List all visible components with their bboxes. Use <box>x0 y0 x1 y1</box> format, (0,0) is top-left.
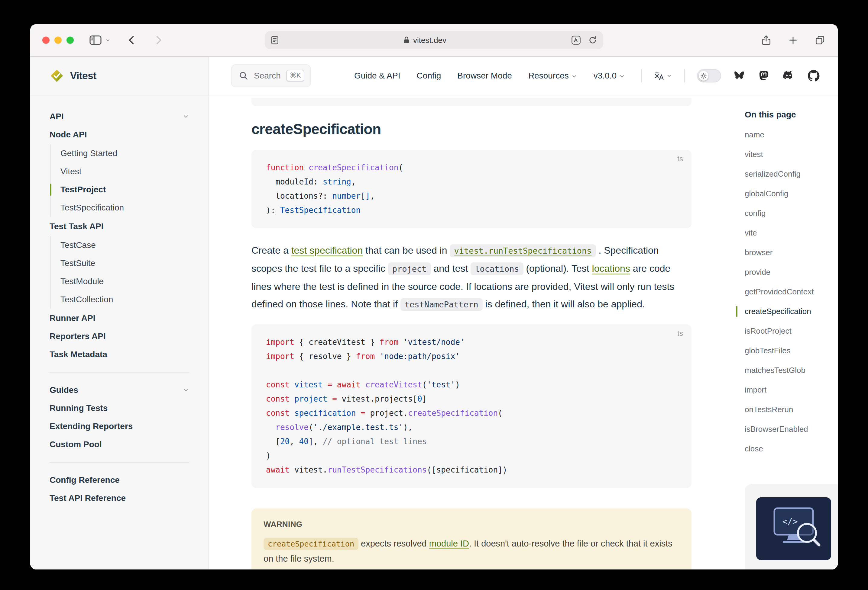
doc-link-locations[interactable]: locations <box>592 263 630 274</box>
code-line: const specification = project.createSpec… <box>266 406 677 420</box>
nav-link-guide-api[interactable]: Guide & API <box>354 71 400 81</box>
github-icon <box>807 70 820 82</box>
outline-item-globalconfig[interactable]: globalConfig <box>745 184 838 203</box>
outline-list: namevitestserializedConfigglobalConfigco… <box>745 125 838 459</box>
sidebar-item-test-task-api[interactable]: Test Task API <box>50 218 189 235</box>
sidebar-item-testspecification[interactable]: TestSpecification <box>61 199 189 217</box>
outline-item-provide[interactable]: provide <box>745 262 838 282</box>
sidebar-item-task-metadata[interactable]: Task Metadata <box>50 346 189 363</box>
doc-link-module-id[interactable]: module ID <box>429 539 469 548</box>
code-token: vitest.projects[ <box>337 394 417 403</box>
sidebar-item-extending-reporters[interactable]: Extending Reporters <box>50 417 189 436</box>
code-token: ) <box>455 380 460 389</box>
sidebar-item-test-api-reference[interactable]: Test API Reference <box>50 489 189 507</box>
code-line: [20, 40], // optional test lines <box>266 434 677 449</box>
reload-icon[interactable] <box>588 35 597 45</box>
sidebar-item-testcollection[interactable]: TestCollection <box>61 290 189 309</box>
sidebar-group-api[interactable]: API <box>50 107 189 126</box>
sidebar-item-testsuite[interactable]: TestSuite <box>61 254 189 272</box>
outline-item-vitest[interactable]: vitest <box>745 145 838 164</box>
outline-item-matchestestglob[interactable]: matchesTestGlob <box>745 360 838 380</box>
code-token: number[] <box>332 191 370 200</box>
address-bar[interactable]: vitest.dev <box>265 31 603 49</box>
nav-link-config[interactable]: Config <box>416 71 441 81</box>
code-token: locations?: <box>266 191 332 200</box>
chevron-down-icon <box>183 113 189 120</box>
code-line <box>266 363 677 378</box>
theme-toggle[interactable] <box>697 69 721 82</box>
mastodon-link[interactable] <box>758 70 769 82</box>
sidebar-toggle-button[interactable] <box>90 35 102 45</box>
forward-button[interactable] <box>153 35 164 46</box>
code-token: { createVitest } <box>294 338 379 347</box>
bluesky-link[interactable] <box>733 70 745 81</box>
code-token: vitest. <box>289 465 327 474</box>
outline-item-globtestfiles[interactable]: globTestFiles <box>745 341 838 360</box>
outline-item-getprovidedcontext[interactable]: getProvidedContext <box>745 282 838 302</box>
doc-link-test-specification[interactable]: test specification <box>291 245 363 256</box>
mastodon-icon <box>758 70 769 82</box>
sidebar-item-node-api[interactable]: Node API <box>50 126 189 144</box>
outline-item-browser[interactable]: browser <box>745 243 838 262</box>
sidebar-item-vitest[interactable]: Vitest <box>61 162 189 181</box>
code-language-badge: ts <box>677 329 683 338</box>
discord-link[interactable] <box>782 71 795 81</box>
sidebar-group-guides[interactable]: Guides <box>50 381 189 399</box>
sponsor-card[interactable]: </> <box>745 484 838 569</box>
outline-item-serializedconfig[interactable]: serializedConfig <box>745 164 838 184</box>
close-window-button[interactable] <box>42 37 50 44</box>
code-token <box>323 380 328 389</box>
navbar-divider <box>684 69 685 82</box>
sidebar-item-testmodule[interactable]: TestModule <box>61 272 189 290</box>
code-token: './example.test.ts' <box>313 423 403 432</box>
code-token: specification <box>294 409 356 418</box>
inline-code: project <box>388 262 431 275</box>
tabs-icon <box>814 34 826 46</box>
outline-item-isbrowserenabled[interactable]: isBrowserEnabled <box>745 419 838 439</box>
inline-code-link[interactable]: vitest.runTestSpecifications <box>450 244 596 257</box>
back-button[interactable] <box>126 35 137 46</box>
logo[interactable]: Vitest <box>30 57 208 96</box>
sidebar-item-getting-started[interactable]: Getting Started <box>61 144 189 162</box>
code-token: import <box>266 352 294 361</box>
zoom-window-button[interactable] <box>66 37 74 44</box>
sidebar-nested-group: TestCaseTestSuiteTestModuleTestCollectio… <box>50 236 189 309</box>
outline-title: On this page <box>745 110 838 119</box>
search-input[interactable]: Search ⌘K <box>231 64 311 87</box>
outline-item-createspecification[interactable]: createSpecification <box>745 302 838 321</box>
sidebar-item-custom-pool[interactable]: Custom Pool <box>50 436 189 453</box>
sidebar-item-running-tests[interactable]: Running Tests <box>50 399 189 417</box>
translate-icon[interactable] <box>571 35 581 45</box>
sidebar-item-testproject[interactable]: TestProject <box>61 181 189 199</box>
sidebar-item-testcase[interactable]: TestCase <box>61 236 189 254</box>
tab-overview-button[interactable] <box>814 34 826 46</box>
new-tab-button[interactable] <box>788 35 799 46</box>
code-token <box>332 380 337 389</box>
chevron-down-icon[interactable] <box>105 37 111 43</box>
language-menu-button[interactable] <box>654 71 672 81</box>
forward-arrow-icon <box>153 35 164 46</box>
outline-item-vite[interactable]: vite <box>745 223 838 243</box>
github-link[interactable] <box>807 70 820 82</box>
sidebar-item-runner-api[interactable]: Runner API <box>50 309 189 327</box>
outline-item-isrootproject[interactable]: isRootProject <box>745 321 838 341</box>
outline-item-config[interactable]: config <box>745 203 838 223</box>
nav-link-v3-0-0[interactable]: v3.0.0 <box>593 71 625 81</box>
code-line: resolve('./example.test.ts'), <box>266 420 677 434</box>
outline-item-close[interactable]: close <box>745 439 838 459</box>
nav-link-browser-mode[interactable]: Browser Mode <box>457 71 512 81</box>
code-example: import { createVitest } from 'vitest/nod… <box>266 335 677 477</box>
doc-scroll-area[interactable]: createSpecification ts function createSp… <box>209 96 838 569</box>
page-icon[interactable] <box>271 35 279 45</box>
sidebar-item-reporters-api[interactable]: Reporters API <box>50 327 189 346</box>
code-token: runTestSpecifications <box>328 465 427 474</box>
sidebar-item-config-reference[interactable]: Config Reference <box>50 471 189 489</box>
share-button[interactable] <box>760 34 772 46</box>
minimize-window-button[interactable] <box>55 37 62 44</box>
search-label: Search <box>254 71 281 81</box>
outline-item-ontestsrerun[interactable]: onTestsRerun <box>745 400 838 419</box>
outline-item-import[interactable]: import <box>745 380 838 400</box>
translate-language-icon <box>654 71 664 81</box>
outline-item-name[interactable]: name <box>745 125 838 145</box>
nav-link-resources[interactable]: Resources <box>528 71 577 81</box>
